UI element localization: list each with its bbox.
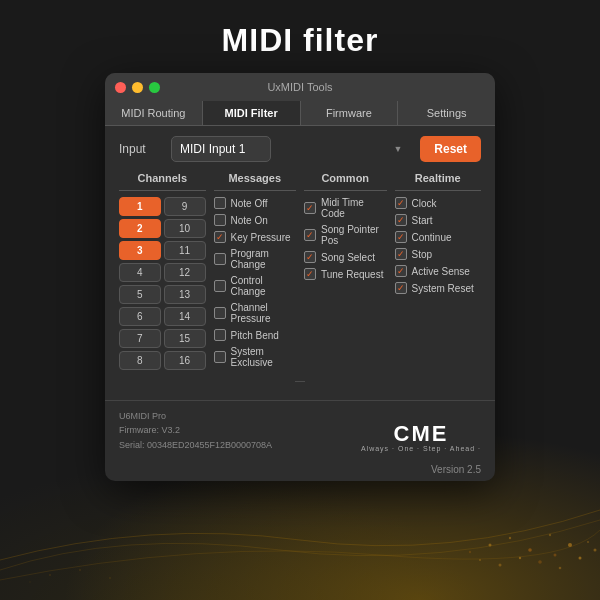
tab-midi-filter[interactable]: MIDI Filter — [203, 101, 301, 125]
midi-input-select[interactable]: MIDI Input 1 — [171, 136, 271, 162]
window-footer: U6MIDI Pro Firmware: V3.2 Serial: 00348E… — [105, 400, 495, 462]
label-continue: Continue — [412, 232, 452, 243]
ch-btn-16[interactable]: 16 — [164, 351, 206, 370]
svg-point-7 — [499, 564, 502, 567]
input-row: Input MIDI Input 1 Reset — [119, 136, 481, 162]
ch-btn-3[interactable]: 3 — [119, 241, 161, 260]
messages-header: Messages — [214, 172, 297, 191]
label-song-select: Song Select — [321, 252, 375, 263]
cme-logo: CME Always · One · Step · Ahead · — [361, 423, 481, 452]
ch-btn-7[interactable]: 7 — [119, 329, 161, 348]
msg-channel-pressure: Channel Pressure — [214, 302, 297, 324]
ch-btn-2[interactable]: 2 — [119, 219, 161, 238]
main-content: Input MIDI Input 1 Reset Channels 1 9 2 … — [105, 126, 495, 396]
label-program-change: Program Change — [231, 248, 297, 270]
firmware-label: Firmware: V3.2 — [119, 423, 272, 437]
window-title-label: UxMIDI Tools — [267, 81, 332, 93]
cb-song-pointer[interactable] — [304, 229, 316, 241]
ch-btn-4[interactable]: 4 — [119, 263, 161, 282]
msg-note-off: Note Off — [214, 197, 297, 209]
minimize-button[interactable] — [132, 82, 143, 93]
label-song-pointer: Song Pointer Pos — [321, 224, 387, 246]
svg-point-16 — [79, 569, 81, 571]
svg-point-5 — [554, 554, 557, 557]
ch-btn-5[interactable]: 5 — [119, 285, 161, 304]
close-button[interactable] — [115, 82, 126, 93]
device-name: U6MIDI Pro — [119, 409, 272, 423]
tab-firmware[interactable]: Firmware — [301, 101, 399, 125]
ch-btn-15[interactable]: 15 — [164, 329, 206, 348]
cb-active-sense[interactable] — [395, 265, 407, 277]
cb-tune-request[interactable] — [304, 268, 316, 280]
rt-continue: Continue — [395, 231, 482, 243]
svg-point-14 — [594, 549, 597, 552]
label-note-off: Note Off — [231, 198, 268, 209]
traffic-lights — [115, 82, 160, 93]
ch-btn-8[interactable]: 8 — [119, 351, 161, 370]
label-channel-pressure: Channel Pressure — [231, 302, 297, 324]
svg-point-15 — [49, 574, 51, 576]
com-song-pointer: Song Pointer Pos — [304, 224, 387, 246]
svg-point-13 — [587, 541, 589, 543]
ch-btn-14[interactable]: 14 — [164, 307, 206, 326]
cb-song-select[interactable] — [304, 251, 316, 263]
ch-btn-12[interactable]: 12 — [164, 263, 206, 282]
cb-note-off[interactable] — [214, 197, 226, 209]
msg-note-on: Note On — [214, 214, 297, 226]
version-label: Version 2.5 — [431, 464, 481, 475]
rt-stop: Stop — [395, 248, 482, 260]
cb-program-change[interactable] — [214, 253, 226, 265]
common-header: Common — [304, 172, 387, 191]
serial-label: Serial: 00348ED20455F12B0000708A — [119, 438, 272, 452]
msg-program-change: Program Change — [214, 248, 297, 270]
cb-midi-time-code[interactable] — [304, 202, 316, 214]
rt-clock: Clock — [395, 197, 482, 209]
window-titlebar: UxMIDI Tools — [105, 73, 495, 101]
msg-sysex: System Exclusive — [214, 346, 297, 368]
label-start: Start — [412, 215, 433, 226]
ch-btn-11[interactable]: 11 — [164, 241, 206, 260]
cb-system-reset[interactable] — [395, 282, 407, 294]
app-window: UxMIDI Tools MIDI Routing MIDI Filter Fi… — [105, 73, 495, 481]
tab-midi-routing[interactable]: MIDI Routing — [105, 101, 203, 125]
cb-sysex[interactable] — [214, 351, 226, 363]
svg-point-4 — [568, 543, 572, 547]
ch-btn-6[interactable]: 6 — [119, 307, 161, 326]
msg-control-change: Control Change — [214, 275, 297, 297]
ch-btn-1[interactable]: 1 — [119, 197, 161, 216]
ch-btn-9[interactable]: 9 — [164, 197, 206, 216]
cb-start[interactable] — [395, 214, 407, 226]
label-key-pressure: Key Pressure — [231, 232, 291, 243]
cb-key-pressure[interactable] — [214, 231, 226, 243]
svg-point-17 — [109, 577, 111, 579]
label-control-change: Control Change — [231, 275, 297, 297]
reset-button[interactable]: Reset — [420, 136, 481, 162]
svg-point-6 — [479, 559, 481, 561]
cb-clock[interactable] — [395, 197, 407, 209]
tab-bar: MIDI Routing MIDI Filter Firmware Settin… — [105, 101, 495, 126]
cb-channel-pressure[interactable] — [214, 307, 226, 319]
com-midi-time-code: Midi Time Code — [304, 197, 387, 219]
ch-btn-13[interactable]: 13 — [164, 285, 206, 304]
cb-continue[interactable] — [395, 231, 407, 243]
svg-point-9 — [538, 560, 542, 564]
midi-input-select-wrapper: MIDI Input 1 — [171, 136, 410, 162]
version-bar: Version 2.5 — [105, 462, 495, 481]
svg-point-12 — [469, 551, 471, 553]
messages-column: Messages Note Off Note On Key Pressure P… — [210, 172, 301, 373]
filter-columns: Channels 1 9 2 10 3 11 4 12 5 13 6 14 7 … — [119, 172, 481, 373]
common-column: Common Midi Time Code Song Pointer Pos S… — [300, 172, 391, 373]
cb-stop[interactable] — [395, 248, 407, 260]
channels-header: Channels — [119, 172, 206, 191]
svg-point-3 — [549, 534, 551, 536]
cb-note-on[interactable] — [214, 214, 226, 226]
rt-system-reset: System Reset — [395, 282, 482, 294]
label-note-on: Note On — [231, 215, 268, 226]
cb-control-change[interactable] — [214, 280, 226, 292]
realtime-header: Realtime — [395, 172, 482, 191]
ch-btn-10[interactable]: 10 — [164, 219, 206, 238]
cb-pitch-bend[interactable] — [214, 329, 226, 341]
fullscreen-button[interactable] — [149, 82, 160, 93]
cme-tagline: Always · One · Step · Ahead · — [361, 445, 481, 452]
tab-settings[interactable]: Settings — [398, 101, 495, 125]
